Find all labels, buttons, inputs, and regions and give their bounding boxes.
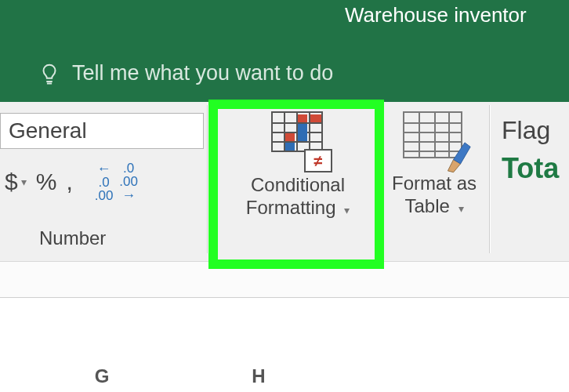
dollar-icon: $	[5, 169, 18, 195]
status-flag-label: Flag	[502, 116, 550, 145]
format-as-table-icon	[403, 111, 466, 168]
tell-me-search[interactable]: Tell me what you want to do	[38, 61, 333, 85]
group-separator	[207, 105, 208, 253]
window-title: Warehouse inventor	[345, 3, 527, 27]
percent-icon: %	[36, 169, 57, 195]
comma-style-button[interactable]: ,	[61, 162, 77, 202]
number-format-dropdown[interactable]: General	[0, 113, 204, 149]
column-header-g[interactable]: G	[47, 365, 157, 392]
format-as-table-button[interactable]: Format as Table ▾	[384, 108, 484, 218]
decimal-label: .0	[123, 162, 134, 175]
title-bar: Warehouse inventor Tell me what you want…	[0, 0, 569, 102]
decimal-label2: .00	[95, 189, 114, 202]
number-buttons-row: $ ▾ % , ← .0 .00 .0 .00 →	[0, 162, 141, 202]
number-format-value: General	[9, 118, 87, 143]
group-separator	[489, 105, 491, 253]
number-group-label: Number	[39, 227, 106, 249]
column-header-h[interactable]: H	[204, 365, 313, 392]
comma-icon: ,	[66, 169, 72, 195]
conditional-formatting-label: Conditional	[251, 174, 345, 195]
paintbrush-icon	[444, 138, 472, 174]
lightbulb-icon	[38, 62, 61, 85]
conditional-formatting-button[interactable]: ≠ Conditional Formatting ▾	[219, 108, 376, 220]
decrease-decimal-button[interactable]: .0 .00 →	[116, 162, 141, 202]
not-equal-icon: ≠	[304, 149, 332, 172]
increase-decimal-button[interactable]: ← .0 .00	[92, 162, 117, 202]
formula-bar[interactable]	[0, 262, 569, 298]
right-arrow-icon: →	[121, 188, 136, 202]
chevron-down-icon: ▾	[458, 202, 464, 215]
accounting-format-button[interactable]: $ ▾	[0, 162, 31, 202]
status-total-label: Tota	[502, 152, 559, 185]
decimal-label2: .00	[119, 175, 138, 188]
tell-me-placeholder: Tell me what you want to do	[72, 61, 333, 85]
conditional-formatting-icon: ≠	[265, 111, 331, 169]
chevron-down-icon: ▾	[344, 204, 350, 216]
worksheet-grid[interactable]: G H	[0, 298, 569, 392]
percent-format-button[interactable]: %	[31, 162, 62, 202]
chevron-down-icon: ▾	[21, 176, 27, 188]
format-as-table-label: Format as	[392, 172, 477, 194]
format-as-table-label2: Table	[404, 195, 449, 216]
left-arrow-icon: ←	[97, 162, 111, 176]
ribbon-home: General $ ▾ % , ← .0 .00 .0 .00 → Number	[0, 102, 569, 262]
conditional-formatting-label2: Formatting	[246, 197, 336, 218]
decimal-label: .0	[98, 176, 109, 189]
